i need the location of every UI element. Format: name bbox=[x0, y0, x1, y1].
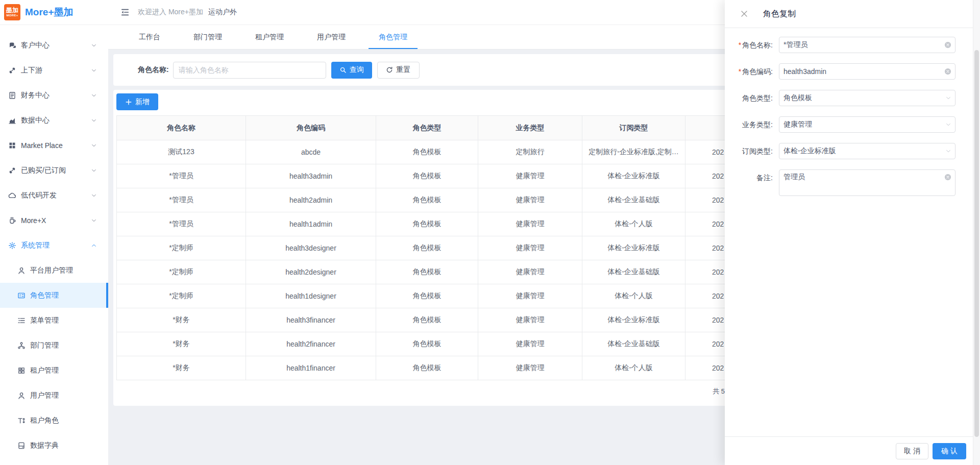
sidebar-item-label: 已购买/已订阅 bbox=[21, 166, 91, 175]
sidebar-item-data-dictionary[interactable]: 数据字典 bbox=[0, 433, 108, 458]
field-role-name: *角色名称: bbox=[725, 37, 980, 53]
sidebar-item-label: 低代码开发 bbox=[21, 191, 91, 200]
cell-subscribe-type: 体检-企业基础版 bbox=[582, 188, 685, 212]
role-name-search-input[interactable] bbox=[173, 62, 326, 79]
reset-button[interactable]: 重置 bbox=[377, 62, 420, 79]
cell-role-type: 角色模板 bbox=[376, 164, 478, 188]
sidebar-item-platform-user-management[interactable]: 平台用户管理 bbox=[0, 258, 108, 283]
clear-icon[interactable] bbox=[944, 174, 951, 181]
role-code-input[interactable] bbox=[779, 63, 955, 80]
business-type-select[interactable]: 健康管理 bbox=[779, 116, 955, 133]
cell-subscribe-type: 定制旅行-企业标准版,定制… bbox=[582, 140, 685, 164]
drawer-title: 角色复制 bbox=[763, 9, 796, 19]
clear-icon[interactable] bbox=[944, 41, 951, 48]
cell-business-type: 健康管理 bbox=[478, 260, 582, 284]
cell-subscribe-type: 体检-企业标准版 bbox=[582, 236, 685, 260]
sidebar: 墨加 MORE+ More+墨加 客户中心 上下游 财务中心 数据中心 Mark… bbox=[0, 0, 108, 465]
cell-business-type: 健康管理 bbox=[478, 188, 582, 212]
sidebar-item-label: 系统管理 bbox=[21, 241, 91, 250]
chevron-down-icon bbox=[945, 148, 951, 154]
logo-text: 墨加 bbox=[6, 7, 18, 14]
tab-label: 部门管理 bbox=[193, 33, 222, 42]
role-name-input[interactable] bbox=[779, 37, 955, 53]
plug-icon bbox=[8, 66, 16, 75]
tab-tenant-management[interactable]: 租户管理 bbox=[245, 25, 294, 49]
column-header: 业务类型 bbox=[478, 116, 582, 140]
app-name: More+墨加 bbox=[25, 6, 74, 19]
subscribe-type-select[interactable]: 体检-企业标准版 bbox=[779, 143, 955, 159]
sidebar-item-lowcode-dev[interactable]: 低代码开发 bbox=[0, 183, 108, 208]
remark-textarea[interactable]: 管理员 bbox=[779, 169, 955, 196]
chevron-down-icon bbox=[91, 117, 97, 124]
search-icon bbox=[339, 66, 347, 74]
cell-subscribe-type: 体检-企业基础版 bbox=[582, 332, 685, 356]
sidebar-item-data-center[interactable]: 数据中心 bbox=[0, 108, 108, 133]
sidebar-item-menu-management[interactable]: 菜单管理 bbox=[0, 308, 108, 333]
add-button[interactable]: 新增 bbox=[116, 93, 158, 110]
tab-user-management[interactable]: 用户管理 bbox=[307, 25, 356, 49]
sidebar-item-tenant-management[interactable]: 租户管理 bbox=[0, 358, 108, 383]
chevron-down-icon bbox=[945, 95, 951, 101]
chevron-down-icon bbox=[91, 217, 97, 224]
sidebar-item-role-management[interactable]: 角色管理 bbox=[0, 283, 108, 308]
cell-role-type: 角色模板 bbox=[376, 332, 478, 356]
tab-department-management[interactable]: 部门管理 bbox=[183, 25, 232, 49]
page-scrollbar[interactable] bbox=[973, 0, 980, 465]
sidebar-item-upstream-downstream[interactable]: 上下游 bbox=[0, 58, 108, 83]
scrollbar-thumb[interactable] bbox=[974, 50, 979, 437]
cell-business-type: 健康管理 bbox=[478, 308, 582, 332]
cell-role-name: *定制师 bbox=[117, 284, 246, 308]
sidebar-collapse-icon[interactable] bbox=[120, 8, 130, 17]
reset-button-label: 重置 bbox=[396, 65, 410, 75]
id-card-icon bbox=[17, 291, 26, 300]
sidebar-item-tenant-role[interactable]: 租户角色 bbox=[0, 408, 108, 433]
clear-icon[interactable] bbox=[944, 68, 951, 75]
drawer-header: 角色复制 bbox=[725, 0, 980, 28]
sidebar-item-label: 租户管理 bbox=[30, 366, 97, 375]
sidebar-item-finance-center[interactable]: 财务中心 bbox=[0, 83, 108, 108]
menu-list-icon bbox=[17, 316, 26, 325]
cell-role-name: *定制师 bbox=[117, 236, 246, 260]
sidebar-item-more-x[interactable]: More+X bbox=[0, 208, 108, 233]
role-copy-drawer: 角色复制 *角色名称: *角色编码: 角色类型: 角色模板 业务类型: bbox=[725, 0, 980, 465]
sidebar-item-label: 菜单管理 bbox=[30, 316, 97, 325]
sidebar-item-customer-center[interactable]: 客户中心 bbox=[0, 33, 108, 58]
chart-icon bbox=[8, 116, 16, 125]
query-button[interactable]: 查询 bbox=[331, 62, 372, 79]
cell-role-type: 角色模板 bbox=[376, 308, 478, 332]
confirm-button[interactable]: 确 认 bbox=[933, 443, 966, 459]
field-label: *角色编码: bbox=[725, 63, 779, 80]
sidebar-item-label: 上下游 bbox=[21, 66, 91, 75]
text-size-icon bbox=[17, 417, 26, 425]
cell-subscribe-type: 体检-个人版 bbox=[582, 356, 685, 380]
role-type-select[interactable]: 角色模板 bbox=[779, 90, 955, 106]
cell-role-name: *管理员 bbox=[117, 212, 246, 236]
logo-row: 墨加 MORE+ More+墨加 bbox=[0, 0, 108, 25]
cell-role-type: 角色模板 bbox=[376, 236, 478, 260]
sidebar-item-label: More+X bbox=[21, 216, 91, 225]
sidebar-item-system-management[interactable]: 系统管理 bbox=[0, 233, 108, 258]
user-icon bbox=[17, 391, 26, 400]
tab-label: 租户管理 bbox=[255, 33, 284, 42]
cell-subscribe-type: 体检-企业标准版 bbox=[582, 164, 685, 188]
drawer-footer: 取 消 确 认 bbox=[725, 436, 973, 465]
sidebar-item-purchased-subscribed[interactable]: 已购买/已订阅 bbox=[0, 158, 108, 183]
cell-business-type: 健康管理 bbox=[478, 164, 582, 188]
required-asterisk: * bbox=[739, 67, 741, 76]
tab-role-management[interactable]: 角色管理 bbox=[369, 25, 418, 49]
cell-role-code: health2financer bbox=[246, 332, 376, 356]
cell-role-code: health3financer bbox=[246, 308, 376, 332]
plug-icon bbox=[8, 166, 16, 175]
tab-workbench[interactable]: 工作台 bbox=[129, 25, 170, 49]
close-icon[interactable] bbox=[740, 10, 748, 18]
field-remark: 备注: 管理员 bbox=[725, 169, 980, 198]
org-chart-icon bbox=[17, 341, 26, 350]
brand-logo: 墨加 MORE+ bbox=[4, 4, 20, 20]
sidebar-item-department-management[interactable]: 部门管理 bbox=[0, 333, 108, 358]
field-label: 订阅类型: bbox=[725, 143, 779, 159]
cancel-button[interactable]: 取 消 bbox=[896, 443, 928, 459]
cell-business-type: 健康管理 bbox=[478, 356, 582, 380]
cell-role-type: 角色模板 bbox=[376, 260, 478, 284]
sidebar-item-user-management[interactable]: 用户管理 bbox=[0, 383, 108, 408]
sidebar-item-market-place[interactable]: Market Place bbox=[0, 133, 108, 158]
